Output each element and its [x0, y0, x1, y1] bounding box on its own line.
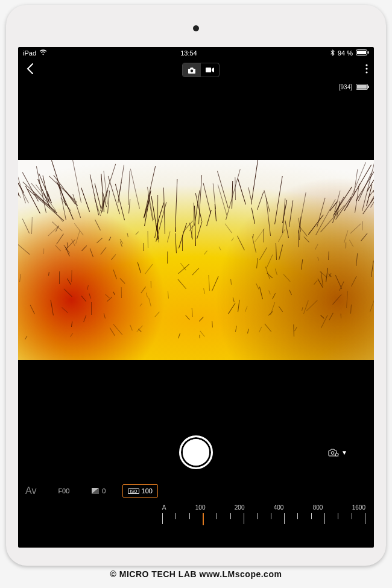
wifi-icon: [39, 49, 47, 57]
iso-tick-minor: [297, 513, 298, 519]
svg-point-7: [365, 71, 367, 73]
app-top-bar: [18, 59, 374, 81]
photo-mode-segment[interactable]: [183, 63, 201, 77]
camera-settings-button[interactable]: ▼: [328, 448, 347, 457]
iso-scale-label: 800: [313, 504, 323, 511]
shutter-row: ▼: [18, 427, 374, 478]
iso-scale[interactable]: A1002004008001600: [162, 504, 365, 526]
battery-icon: [356, 49, 369, 57]
iso-tick-minor: [311, 513, 312, 519]
ios-status-bar: iPad 13:54 94 %: [18, 47, 374, 59]
front-camera-dot: [193, 25, 199, 31]
watermark-text: © MICRO TECH LAB www.LMscope.com: [110, 569, 282, 579]
svg-rect-1: [357, 51, 366, 54]
iso-value: 100: [142, 487, 153, 495]
battery-percent: 94 %: [338, 49, 353, 57]
carrier-label: iPad: [23, 49, 36, 57]
shots-remaining: [934]: [339, 84, 352, 90]
video-mode-segment[interactable]: [201, 63, 219, 77]
aperture-value: F00: [58, 487, 69, 495]
iso-tick-major: [244, 513, 244, 524]
back-button[interactable]: [24, 63, 36, 77]
iso-scale-label: 200: [235, 504, 245, 511]
aperture-param[interactable]: F00: [53, 485, 74, 497]
iso-tick-major: [203, 513, 204, 525]
svg-point-5: [365, 64, 367, 66]
iso-scale-label: 100: [195, 504, 206, 511]
iso-param[interactable]: ISO 100: [122, 484, 157, 498]
camera-status-row: [934]: [18, 81, 374, 93]
clock: 13:54: [47, 49, 330, 57]
chevron-down-icon: ▼: [341, 449, 347, 456]
exposure-comp-icon: [91, 487, 100, 495]
bluetooth-icon: [330, 49, 335, 57]
ipad-device-frame: iPad 13:54 94 %: [6, 5, 386, 566]
iso-tick-minor: [217, 513, 217, 519]
bottom-controls: ▼ Av F00 0 ISO: [18, 427, 374, 548]
iso-tick-minor: [271, 513, 271, 519]
ev-param[interactable]: 0: [86, 485, 110, 497]
more-menu-button[interactable]: [365, 64, 368, 76]
iso-tick-minor: [352, 513, 352, 519]
iso-tick-minor: [257, 513, 258, 519]
iso-tick-major: [162, 513, 163, 524]
iso-scale-label: 400: [274, 504, 284, 511]
iso-scale-row: A1002004008001600: [18, 504, 374, 548]
svg-point-6: [365, 68, 367, 69]
iso-tick-major: [284, 513, 285, 524]
live-view[interactable]: [18, 93, 374, 427]
camera-gear-icon: [328, 448, 339, 457]
iso-tick-major: [324, 513, 325, 524]
svg-rect-4: [206, 68, 211, 72]
camera-battery-icon: [356, 84, 368, 90]
camera-icon: [188, 67, 196, 74]
iso-tick-minor: [230, 513, 231, 519]
iso-tick-minor: [175, 513, 176, 519]
svg-rect-2: [368, 51, 369, 54]
iso-scale-label: A: [162, 504, 166, 511]
capture-mode-toggle[interactable]: [182, 63, 220, 77]
shutter-button[interactable]: [179, 435, 213, 469]
video-icon: [206, 67, 214, 73]
svg-point-8: [331, 452, 334, 455]
screen: iPad 13:54 94 %: [18, 47, 374, 548]
svg-point-3: [191, 69, 193, 72]
iso-scale-label: 1600: [352, 504, 365, 511]
ev-value: 0: [102, 487, 106, 495]
exposure-params-row: Av F00 0 ISO 100: [18, 478, 374, 504]
iso-tick-minor: [189, 513, 190, 519]
iso-label: ISO: [128, 488, 139, 494]
iso-tick-major: [365, 513, 365, 524]
specimen-image: [18, 160, 374, 360]
iso-tick-minor: [338, 513, 338, 519]
exposure-mode-label: Av: [25, 485, 36, 496]
